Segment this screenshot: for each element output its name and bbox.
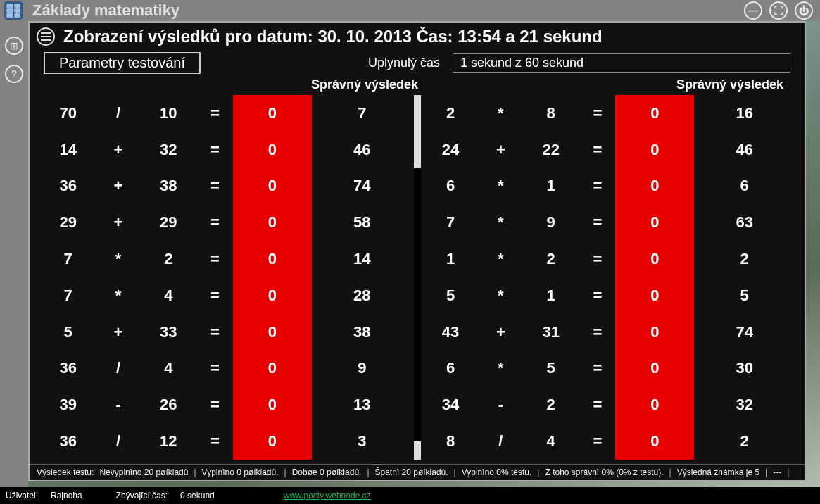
table-row: 8/4=02 xyxy=(422,423,795,460)
user-label: Uživatel: xyxy=(6,491,38,500)
operator: * xyxy=(96,277,139,314)
summary-item: Špatnì 20 pøíkladù. xyxy=(375,467,448,477)
correct-answer-cell: 5 xyxy=(694,277,795,314)
operand-a: 7 xyxy=(39,241,96,277)
table-row: 29+29=058 xyxy=(39,204,412,241)
panel-title: Zobrazení výsledků pro datum: 30. 10. 20… xyxy=(63,27,603,46)
operand-b: 4 xyxy=(522,423,579,460)
correct-header-right: Správný výsledek xyxy=(676,77,783,92)
correct-answer-cell: 3 xyxy=(312,423,412,460)
correct-answer-cell: 74 xyxy=(694,314,795,351)
user-answer-cell: 0 xyxy=(615,132,694,168)
table-row: 34-2=032 xyxy=(422,386,795,423)
user-answer-cell: 0 xyxy=(615,351,694,387)
operator: + xyxy=(96,314,139,351)
remaining-label: Zbývající čas: xyxy=(116,491,168,500)
operand-a: 5 xyxy=(422,277,479,314)
minimize-icon[interactable]: — xyxy=(744,1,762,20)
correct-answer-cell: 38 xyxy=(312,314,412,351)
operator: + xyxy=(96,168,139,205)
correct-answer-cell: 32 xyxy=(694,386,795,423)
user-answer-cell: 0 xyxy=(233,95,312,132)
equals-sign: = xyxy=(197,351,233,387)
summary-item: Z toho správnì 0% (0% z testu). xyxy=(545,467,663,477)
operator: - xyxy=(479,386,522,423)
summary-item: Výsledná známka je 5 xyxy=(677,467,759,477)
equals-sign: = xyxy=(197,95,233,132)
operand-b: 2 xyxy=(140,241,197,277)
summary-bar: Výsledek testu: Nevyplnìno 20 pøíkladù| … xyxy=(30,464,805,480)
table-row: 14+32=046 xyxy=(39,132,412,168)
user-answer-cell: 0 xyxy=(615,241,694,277)
operand-a: 2 xyxy=(422,95,479,132)
correct-header-left: Správný výsledek xyxy=(311,77,418,92)
equals-sign: = xyxy=(579,168,615,205)
operand-a: 8 xyxy=(422,423,479,460)
table-row: 6*1=06 xyxy=(422,168,795,205)
table-row: 36/12=03 xyxy=(39,423,412,460)
correct-answer-cell: 16 xyxy=(694,95,795,132)
equals-sign: = xyxy=(579,241,615,277)
equals-sign: = xyxy=(197,241,233,277)
side-rail: ⊞ ? xyxy=(0,21,28,487)
operator: / xyxy=(96,423,139,460)
help-icon[interactable]: ? xyxy=(5,65,23,83)
elapsed-label: Uplynulý čas xyxy=(368,56,440,70)
operator: * xyxy=(479,168,522,205)
panel-header: Zobrazení výsledků pro datum: 30. 10. 20… xyxy=(30,23,805,51)
website-link[interactable]: www.pocty.webnode.cz xyxy=(284,491,371,500)
operand-b: 10 xyxy=(140,95,197,132)
table-row: 43+31=074 xyxy=(422,314,795,351)
user-answer-cell: 0 xyxy=(615,204,694,241)
operand-b: 2 xyxy=(522,241,579,277)
table-row: 36/4=09 xyxy=(39,351,412,387)
correct-answer-cell: 30 xyxy=(694,351,795,387)
equals-sign: = xyxy=(579,386,615,423)
correct-answer-cell: 2 xyxy=(694,423,795,460)
operand-a: 36 xyxy=(39,423,96,460)
equals-sign: = xyxy=(197,204,233,241)
operand-a: 70 xyxy=(39,95,96,132)
user-answer-cell: 0 xyxy=(615,95,694,132)
operator: * xyxy=(479,277,522,314)
correct-answer-cell: 74 xyxy=(312,168,412,205)
operator: * xyxy=(479,241,522,277)
operand-a: 7 xyxy=(39,277,96,314)
params-button[interactable]: Parametry testování xyxy=(44,52,201,74)
operand-a: 7 xyxy=(422,204,479,241)
operand-a: 14 xyxy=(39,132,96,168)
summary-item: Dobøe 0 pøíkladù. xyxy=(292,467,362,477)
summary-item: --- xyxy=(773,467,781,477)
operator: / xyxy=(96,95,139,132)
user-answer-cell: 0 xyxy=(233,314,312,351)
correct-answer-cell: 2 xyxy=(694,241,795,277)
correct-answer-cell: 46 xyxy=(312,132,412,168)
operand-a: 6 xyxy=(422,168,479,205)
equals-sign: = xyxy=(197,314,233,351)
correct-answer-cell: 9 xyxy=(312,351,412,387)
maximize-icon[interactable]: ⛶ xyxy=(769,1,788,20)
table-row: 36+38=074 xyxy=(39,168,412,205)
controls-row: Parametry testování Uplynulý čas 1 sekun… xyxy=(30,51,805,75)
grid-menu-icon[interactable]: ⊞ xyxy=(5,37,23,55)
operand-b: 4 xyxy=(140,351,197,387)
correct-answer-cell: 63 xyxy=(694,204,795,241)
panel-menu-icon[interactable] xyxy=(37,27,55,46)
operand-b: 12 xyxy=(140,423,197,460)
operator: + xyxy=(479,132,522,168)
results-panel: Zobrazení výsledků pro datum: 30. 10. 20… xyxy=(28,21,806,481)
equals-sign: = xyxy=(579,277,615,314)
operand-b: 31 xyxy=(522,314,579,351)
summary-item: Nevyplnìno 20 pøíkladù xyxy=(99,467,188,477)
operand-b: 4 xyxy=(140,277,197,314)
operator: * xyxy=(96,241,139,277)
power-icon[interactable]: ⏻ xyxy=(795,1,813,20)
operand-b: 1 xyxy=(522,277,579,314)
correct-answer-cell: 13 xyxy=(312,386,412,423)
table-row: 6*5=030 xyxy=(422,351,795,387)
table-row: 7*9=063 xyxy=(422,204,795,241)
equals-sign: = xyxy=(197,386,233,423)
user-answer-cell: 0 xyxy=(233,241,312,277)
equals-sign: = xyxy=(579,95,615,132)
correct-answer-cell: 28 xyxy=(312,277,412,314)
